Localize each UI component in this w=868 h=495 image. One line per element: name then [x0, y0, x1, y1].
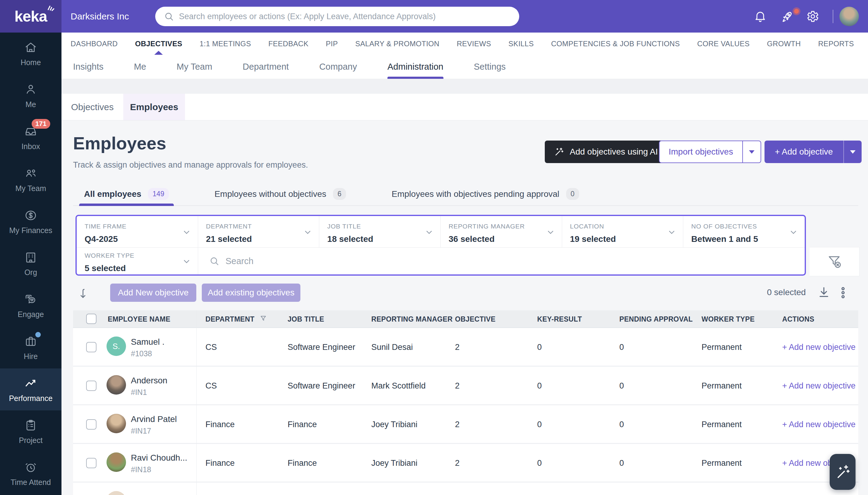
nav-tab-core-values[interactable]: CORE VALUES [697, 33, 750, 55]
view-tab-pending-approval[interactable]: Employees with objectives pending approv… [387, 183, 584, 205]
user-avatar[interactable] [839, 7, 859, 26]
topbar-divider [833, 10, 833, 23]
subnav-settings[interactable]: Settings [474, 55, 506, 79]
employee-name[interactable]: Arvind Patel [131, 414, 177, 424]
filter-reporting-manager[interactable]: REPORTING MANAGER 36 selected [441, 216, 562, 248]
nav-tab-dashboard[interactable]: DASHBOARD [71, 33, 118, 55]
subnav-administration[interactable]: Administration [388, 55, 443, 79]
nav-tab-competencies[interactable]: COMPETENCIES & JOB FUNCTIONS [551, 33, 680, 55]
chevron-down-icon [182, 257, 191, 266]
add-dropdown-caret[interactable] [844, 140, 862, 163]
clear-filters-cell[interactable] [810, 247, 860, 276]
sidebar-item-inbox[interactable]: 171 Inbox [0, 117, 62, 158]
add-new-objective-button[interactable]: Add New objective [110, 284, 196, 302]
sidebar-item-time-attend[interactable]: Time Attend [0, 453, 62, 494]
sidebar-item-me[interactable]: Me [0, 74, 62, 117]
view-tab-all-employees[interactable]: All employees 149 [79, 183, 174, 205]
frozen-column-divider [196, 310, 197, 495]
nav-tab-objectives[interactable]: OBJECTIVES [135, 33, 182, 55]
employee-id: #1038 [131, 349, 152, 358]
caret-down-icon [749, 150, 754, 154]
ai-floating-button[interactable] [830, 454, 855, 490]
tab-objectives[interactable]: Objectives [62, 94, 123, 120]
user-icon [24, 83, 38, 97]
add-existing-objectives-button[interactable]: Add existing objectives [202, 284, 301, 302]
add-new-objective-link[interactable]: + Add new objective [782, 381, 855, 391]
import-dropdown-caret[interactable] [743, 141, 761, 163]
nav-tab-feedback[interactable]: FEEDBACK [269, 33, 309, 55]
table-row: S. Samuel . #1038 CS Software Engineer S… [73, 328, 858, 366]
employees-table: EMPLOYEE NAME DEPARTMENT JOB TITLE REPOR… [73, 310, 858, 495]
global-search-input[interactable] [179, 12, 511, 21]
clear-filter-icon [827, 254, 843, 270]
employee-name[interactable]: Samuel . [131, 337, 165, 347]
kebab-menu-icon[interactable] [837, 286, 849, 300]
sidebar-item-home[interactable]: Home [0, 33, 62, 74]
caret-down-icon [850, 150, 855, 154]
chevron-down-icon [667, 227, 676, 237]
global-search[interactable] [155, 7, 519, 26]
subnav-my-team[interactable]: My Team [176, 55, 212, 79]
row-checkbox[interactable] [86, 342, 97, 352]
nav-tab-11-meetings[interactable]: 1:1 MEETINGS [200, 33, 251, 55]
table-row: Ravi Choudh... #IN18 Finance Finance Joe… [73, 444, 858, 482]
filter-department[interactable]: DEPARTMENT 21 selected [198, 216, 320, 248]
sort-arrow-icon[interactable] [79, 287, 92, 300]
admin-page-tabs: Objectives Employees [62, 94, 868, 120]
sidebar-item-org[interactable]: Org [0, 242, 62, 285]
clipboard-icon [24, 418, 38, 432]
subnav-me[interactable]: Me [134, 55, 146, 79]
search-icon [164, 11, 174, 22]
filter-worker-type[interactable]: WORKER TYPE 5 selected [77, 248, 198, 274]
sidebar-item-engage[interactable]: Engage [0, 285, 62, 326]
nav-tab-reports[interactable]: REPORTS [818, 33, 854, 55]
sidebar-item-hire[interactable]: Hire [0, 326, 62, 369]
column-department[interactable]: DEPARTMENT [205, 315, 254, 323]
employee-name[interactable]: Anderson [131, 376, 167, 386]
keka-logo[interactable]: keka [0, 0, 62, 33]
add-new-objective-link[interactable]: + Add new objective [782, 343, 855, 352]
settings-gear-icon[interactable] [805, 0, 819, 33]
employee-view-tabs: All employees 149 Employees without obje… [73, 183, 858, 206]
nav-tab-salary-promotion[interactable]: SALARY & PROMOTION [355, 33, 440, 55]
row-checkbox[interactable] [86, 458, 97, 468]
add-objectives-ai-button[interactable]: Add objectives using AI [545, 140, 667, 163]
download-icon[interactable] [817, 285, 831, 299]
sidebar-item-performance[interactable]: Performance [0, 369, 62, 410]
page-subtitle: Track & assign objectives and manage app… [73, 160, 308, 170]
subnav-department[interactable]: Department [242, 55, 289, 79]
select-all-checkbox[interactable] [86, 314, 97, 324]
row-checkbox[interactable] [86, 419, 97, 430]
subnav-company[interactable]: Company [319, 55, 357, 79]
sidebar-item-my-finances[interactable]: My Finances [0, 201, 62, 242]
employee-name[interactable]: Ravi Choudh... [131, 453, 187, 463]
whats-new-rocket-icon[interactable] [780, 0, 794, 33]
employee-filter-search[interactable] [198, 248, 805, 274]
nav-tab-pip[interactable]: PIP [326, 33, 338, 55]
nav-tab-skills[interactable]: SKILLS [509, 33, 534, 55]
sidebar-item-my-team[interactable]: My Team [0, 158, 62, 201]
add-objective-button[interactable]: + Add objective [765, 140, 862, 163]
row-checkbox[interactable] [86, 381, 97, 391]
notifications-bell-icon[interactable] [753, 0, 767, 33]
tab-employees[interactable]: Employees [123, 94, 185, 120]
spacer-band [62, 79, 868, 94]
sidebar-item-project[interactable]: Project [0, 410, 62, 453]
filter-no-of-objectives[interactable]: NO OF OBJECTIVES Between 1 and 5 [683, 216, 805, 248]
filter-job-title[interactable]: JOB TITLE 18 selected [319, 216, 441, 248]
nav-tab-reviews[interactable]: REVIEWS [457, 33, 491, 55]
active-tab-triangle [154, 51, 163, 55]
chevron-down-icon [789, 227, 798, 237]
filter-time-frame[interactable]: TIME FRAME Q4-2025 [77, 216, 198, 248]
add-new-objective-link[interactable]: + Add new objective [782, 420, 855, 429]
avatar [106, 414, 126, 433]
view-tab-without-objectives[interactable]: Employees without objectives 6 [210, 183, 351, 205]
nav-tab-growth[interactable]: GROWTH [767, 33, 801, 55]
column-filter-funnel-icon[interactable] [259, 314, 267, 323]
avatar: S. [106, 337, 126, 356]
import-objectives-button[interactable]: Import objectives [659, 140, 761, 163]
employee-filter-search-input[interactable] [225, 256, 805, 266]
inbox-count-badge: 171 [32, 119, 50, 129]
filter-location[interactable]: LOCATION 19 selected [562, 216, 684, 248]
subnav-insights[interactable]: Insights [73, 55, 103, 79]
